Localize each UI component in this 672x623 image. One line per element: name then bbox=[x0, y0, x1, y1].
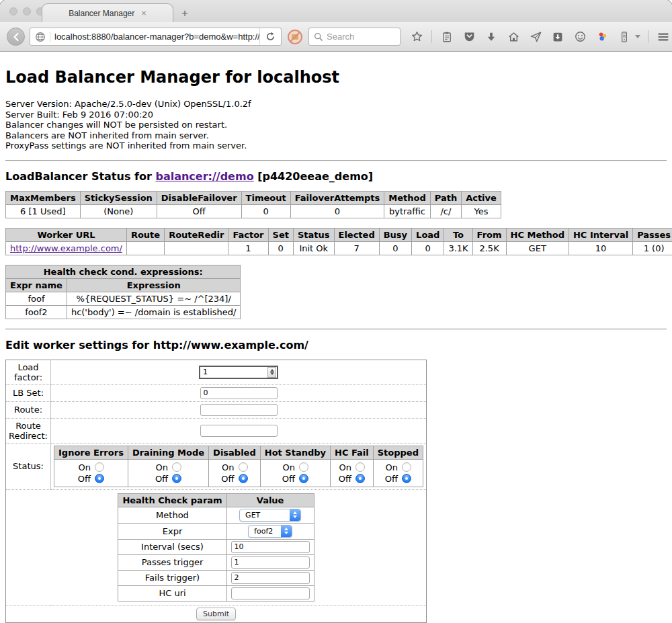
cell-path: /c/ bbox=[430, 204, 461, 218]
server-built-line: Server Built: Feb 9 2016 07:00:20 bbox=[5, 110, 667, 120]
stopped-on-radio[interactable] bbox=[402, 462, 411, 472]
ignore-errors-off-radio[interactable] bbox=[95, 474, 104, 483]
back-button[interactable] bbox=[7, 28, 25, 46]
proxypass-notice-line: ProxyPass settings are NOT inherited fro… bbox=[5, 140, 667, 151]
stopped-off-radio[interactable] bbox=[402, 474, 411, 483]
route-redirect-input[interactable] bbox=[200, 425, 278, 437]
home-button[interactable] bbox=[506, 30, 521, 44]
fails-input[interactable] bbox=[231, 572, 310, 584]
downloads-button[interactable] bbox=[484, 30, 499, 44]
window-controls[interactable] bbox=[9, 7, 44, 15]
on-label: On bbox=[78, 462, 91, 472]
worker-url-link[interactable]: http://www.example.com/ bbox=[10, 243, 122, 253]
reading-list-button[interactable] bbox=[439, 30, 454, 44]
server-info: Server Version: Apache/2.5.0-dev (Unix) … bbox=[5, 99, 667, 151]
url-text[interactable]: localhost:8880/balancer-manager?b=demo&w… bbox=[50, 32, 259, 42]
tab-close-icon[interactable]: × bbox=[141, 9, 146, 17]
col-method: Method bbox=[384, 191, 430, 204]
col-path: Path bbox=[430, 191, 461, 204]
form-row-route: Route: bbox=[6, 401, 427, 418]
hc-fail-on-radio[interactable] bbox=[355, 462, 365, 472]
search-input[interactable]: Search bbox=[308, 28, 401, 46]
expr-select[interactable]: foof2 bbox=[248, 525, 292, 538]
pocket-button[interactable] bbox=[462, 30, 476, 44]
new-tab-button[interactable]: + bbox=[173, 5, 196, 22]
col-hot-standby: Hot Standby bbox=[260, 446, 330, 459]
disabled-off-radio[interactable] bbox=[239, 474, 248, 483]
expr-row: foof2 hc('body') =~ /domain is establish… bbox=[6, 305, 241, 319]
home-icon bbox=[507, 30, 520, 43]
col-load: Load bbox=[412, 228, 444, 241]
cell-worker-url: http://www.example.com/ bbox=[6, 241, 127, 255]
workers-table: Worker URL Route RouteRedir Factor Set S… bbox=[5, 228, 672, 255]
reload-button[interactable] bbox=[259, 28, 281, 45]
balancers-notice-line: Balancers are NOT inherited from main se… bbox=[5, 130, 667, 141]
paper-plane-icon bbox=[530, 30, 542, 43]
route-input[interactable] bbox=[200, 404, 278, 416]
method-selected-value: GET bbox=[240, 509, 265, 521]
back-arrow-icon bbox=[11, 32, 21, 42]
interval-label: Interval (secs) bbox=[118, 539, 226, 554]
cell-failoverattempts: 0 bbox=[290, 204, 384, 218]
cell-stickysession: (None) bbox=[80, 204, 157, 218]
browser-chrome: Balancer Manager × + localhost:8880/bala… bbox=[0, 0, 672, 52]
draining-mode-on-radio[interactable] bbox=[172, 462, 181, 472]
on-label: On bbox=[155, 462, 168, 472]
device-sync-button[interactable] bbox=[617, 30, 632, 44]
col-expr-name: Expr name bbox=[6, 278, 67, 292]
table-row: 6 [1 Used] (None) Off 0 0 bytraffic /c/ … bbox=[6, 204, 501, 218]
feedback-button[interactable] bbox=[573, 30, 587, 44]
chevron-down-icon[interactable] bbox=[635, 35, 640, 38]
minimize-window-button[interactable] bbox=[23, 7, 31, 15]
route-redirect-label: Route Redirect: bbox=[6, 418, 51, 443]
method-select[interactable]: GET bbox=[239, 509, 301, 522]
on-label: On bbox=[221, 462, 234, 472]
col-maxmembers: MaxMembers bbox=[6, 191, 81, 204]
frame-download-button[interactable] bbox=[550, 30, 565, 44]
load-factor-cell: 1 bbox=[51, 360, 427, 384]
menu-button[interactable] bbox=[656, 30, 671, 44]
col-passes: Passes bbox=[633, 228, 672, 241]
passes-input[interactable] bbox=[231, 556, 310, 569]
hot-standby-on-radio[interactable] bbox=[299, 462, 308, 472]
lb-set-input[interactable] bbox=[200, 387, 278, 399]
tab-balancer-manager[interactable]: Balancer Manager × bbox=[42, 3, 173, 22]
cell-method: bytraffic bbox=[384, 204, 430, 218]
hot-standby-off-radio[interactable] bbox=[299, 474, 308, 483]
ignore-errors-on-radio[interactable] bbox=[95, 462, 104, 472]
table-title-row: Health check cond. expressions: bbox=[6, 265, 241, 278]
interval-input[interactable] bbox=[231, 541, 310, 553]
send-tab-button[interactable] bbox=[528, 30, 543, 44]
cell-route bbox=[126, 241, 164, 255]
hc-uri-input[interactable] bbox=[231, 587, 310, 599]
hc-params-table: Health Check param Value Method GET Expr bbox=[118, 493, 314, 601]
load-factor-input[interactable]: 1 bbox=[199, 366, 278, 379]
lb-set-label: LB Set: bbox=[6, 384, 51, 401]
extension-colors-button[interactable] bbox=[595, 30, 610, 44]
url-bar[interactable]: localhost:8880/balancer-manager?b=demo&w… bbox=[30, 28, 282, 46]
number-stepper-icon[interactable] bbox=[267, 367, 276, 378]
bookmark-star-button[interactable] bbox=[409, 30, 424, 44]
submit-button[interactable]: Submit bbox=[196, 608, 236, 620]
off-label: Off bbox=[339, 474, 351, 484]
on-label: On bbox=[339, 462, 351, 472]
page-title: Load Balancer Manager for localhost bbox=[5, 68, 667, 87]
balancer-demo-link[interactable]: balancer://demo bbox=[155, 170, 253, 183]
col-expression: Expression bbox=[67, 278, 241, 292]
expr-label: Expr bbox=[118, 523, 226, 539]
col-to: To bbox=[444, 228, 472, 241]
passes-label: Passes trigger bbox=[118, 554, 226, 570]
draining-mode-off-radio[interactable] bbox=[172, 474, 181, 483]
col-busy: Busy bbox=[379, 228, 411, 241]
star-icon bbox=[411, 30, 423, 43]
hc-row-interval: Interval (secs) bbox=[118, 539, 314, 554]
content-blocker-button[interactable] bbox=[286, 29, 304, 45]
form-row-submit: Submit bbox=[6, 605, 427, 622]
col-active: Active bbox=[462, 191, 501, 204]
method-label: Method bbox=[118, 507, 226, 523]
disabled-on-radio[interactable] bbox=[239, 462, 248, 472]
site-identity[interactable] bbox=[30, 32, 50, 42]
close-window-button[interactable] bbox=[9, 7, 17, 15]
hc-fail-off-radio[interactable] bbox=[355, 474, 365, 483]
off-label: Off bbox=[221, 474, 234, 484]
